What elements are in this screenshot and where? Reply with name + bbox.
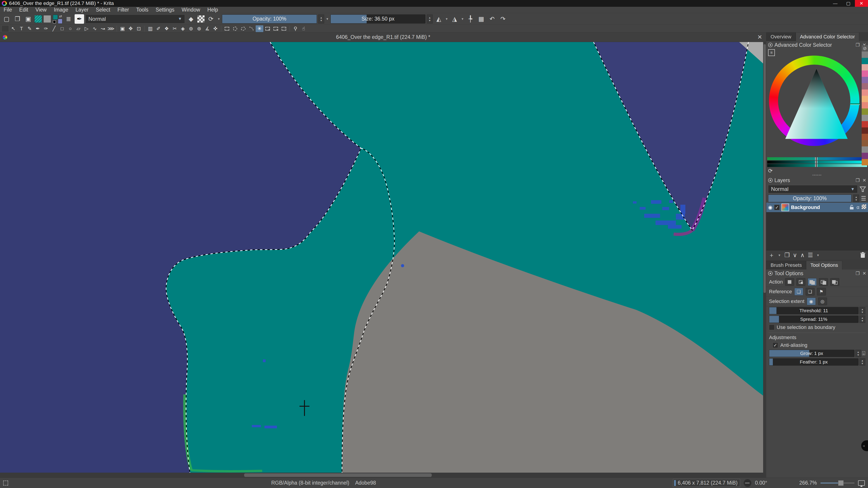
layer-filter-icon[interactable] [860,186,866,193]
add-layer-button[interactable]: ＋ [769,251,774,259]
minimize-button[interactable]: — [829,0,842,7]
color-selector-settings-icon[interactable]: ≡ [768,49,775,56]
extent-connected-button[interactable]: ◉ [807,297,816,305]
redo-icon[interactable]: ↷ [498,14,508,24]
feather-spinner[interactable]: ▴▾ [860,358,865,365]
foreground-background-colors[interactable]: ⇄ [53,14,62,24]
smart-patch-tool-icon[interactable]: ✂ [171,25,179,32]
menu-filter[interactable]: Filter [114,7,133,13]
layer-checkbox[interactable]: ✓ [774,205,780,210]
chevron-down-icon[interactable]: ▾ [461,17,464,21]
menu-edit[interactable]: Edit [16,7,32,13]
magnetic-select-tool-icon[interactable]: ⌒ [280,25,288,32]
measure-tool-icon[interactable]: ∡ [204,25,211,32]
document-close-icon[interactable]: ✕ [757,34,762,41]
zoom-tool-icon[interactable]: ⚲ [291,25,299,32]
calligraphy-tool-icon[interactable]: ✒ [34,25,41,32]
rect-select-tool-icon[interactable] [223,25,231,32]
canvas[interactable] [0,42,766,473]
layer-thumbnail[interactable] [781,203,789,211]
rectangle-tool-icon[interactable]: □ [58,25,66,32]
brush-editor-button[interactable]: ✒ [74,14,84,24]
history-swatch-4[interactable] [862,77,868,83]
image-size-field[interactable]: 6,406 x 7,812 (224.7 MiB) [673,479,740,487]
canvas-rotation-icon[interactable] [744,479,751,487]
action-subtract-button[interactable] [819,278,828,286]
reference-current-layer-button[interactable]: ❏ [794,288,803,295]
move-tool-icon[interactable]: ✥ [127,25,134,32]
tab-brush-presets[interactable]: Brush Presets [766,261,806,269]
hue-ring[interactable] [769,56,860,146]
history-swatch-6[interactable] [862,90,868,96]
history-swatch-15[interactable] [862,147,868,153]
history-swatch-12[interactable] [862,127,868,134]
tab-advanced-color-selector[interactable]: Advanced Color Selector [796,32,859,41]
spread-spinner[interactable]: ▴▾ [860,316,865,323]
boundary-checkbox[interactable] [769,325,774,330]
history-swatch-3[interactable] [862,70,868,77]
layer-inherit-alpha-icon[interactable] [862,204,866,209]
layer-row-background[interactable]: ◉ ✓ Background α [766,203,868,212]
history-swatch-0[interactable] [862,52,868,58]
chevron-down-icon[interactable]: ▾ [816,253,820,257]
tool-slot[interactable] [1,25,9,32]
reference-all-layers-button[interactable]: ❑ [806,288,815,295]
layer-properties-button[interactable]: ☰ [808,252,813,259]
menu-file[interactable]: File [0,7,16,13]
enclose-fill-tool-icon[interactable]: ⊚ [187,25,195,32]
history-swatch-16[interactable] [862,153,868,159]
gradient-swatch[interactable] [34,15,42,23]
clear-color-icon[interactable]: ⊘ [862,45,868,52]
polyline-tool-icon[interactable]: ▷ [83,25,90,32]
history-swatch-14[interactable] [862,140,868,147]
colorize-mask-tool-icon[interactable]: ⊛ [195,25,203,32]
docker-lock-icon[interactable] [768,43,773,47]
brush-presets-icon[interactable]: ≣ [64,14,73,24]
preserve-alpha-icon[interactable] [197,15,205,23]
duplicate-layer-button[interactable]: ❐ [784,252,789,259]
menu-select[interactable]: Select [92,7,114,13]
move-layer-up-button[interactable]: ∧ [800,252,804,259]
menu-window[interactable]: Window [178,7,204,13]
snap-icon[interactable]: ╄ [466,14,475,24]
float-docker-icon[interactable]: ❐ [856,42,860,48]
feather-slider[interactable]: Feather: 1 px [769,358,859,365]
docker-resize-handle[interactable]: •••••• [766,174,868,176]
transform-tool-icon[interactable]: ▣ [119,25,126,32]
ellipse-tool-icon[interactable]: ○ [66,25,74,32]
horizontal-scrollbar-thumb[interactable] [244,473,432,477]
menu-image[interactable]: Image [50,7,72,13]
blend-mode-dropdown[interactable]: Normal ▼ [86,14,185,24]
pan-tool-icon[interactable]: ☝ [300,25,307,32]
chevron-down-icon[interactable]: ▾ [778,253,781,257]
layer-opacity-slider[interactable]: Opacity: 100% [768,195,851,202]
undo-icon[interactable]: ↶ [487,14,497,24]
history-swatch-5[interactable] [862,83,868,90]
mirror-vertical-icon[interactable]: ◮ [450,14,459,24]
history-swatch-11[interactable] [862,121,868,127]
freehand-select-tool-icon[interactable] [239,25,247,32]
color-sampler-tool-icon[interactable]: ✐ [155,25,162,32]
reference-color-label-button[interactable]: ⚑ [817,288,826,295]
size-spinner[interactable]: ▴▾ [427,14,433,24]
save-icon[interactable]: ▣ [24,14,33,24]
chevron-down-icon[interactable]: ▾ [326,17,329,21]
layer-options-menu-icon[interactable]: ☰ [861,195,866,202]
layer-lock-icon[interactable] [849,204,854,210]
layer-opacity-spinner[interactable]: ▴▾ [853,195,859,202]
select-shapes-tool-icon[interactable]: ↖ [9,25,17,32]
grow-spinner[interactable]: ▴▾ [855,350,861,357]
pattern-edit-tool-icon[interactable]: ❖ [163,25,170,32]
polygon-tool-icon[interactable]: ▱ [74,25,82,32]
saturation-value-triangle[interactable] [782,67,850,142]
history-swatch-10[interactable] [862,115,868,121]
edit-shapes-tool-icon[interactable]: ✎ [26,25,33,32]
zoom-slider[interactable] [820,483,855,484]
text-tool-icon[interactable]: T [18,25,25,32]
assistants-tool-icon[interactable]: ✜ [212,25,219,32]
close-docker-icon[interactable]: ✕ [862,177,866,183]
foreground-color[interactable] [53,15,58,20]
hue-strip[interactable] [767,157,867,160]
close-button[interactable]: ✕ [855,0,868,7]
panel-collapse-button[interactable]: ◂ [861,440,868,451]
